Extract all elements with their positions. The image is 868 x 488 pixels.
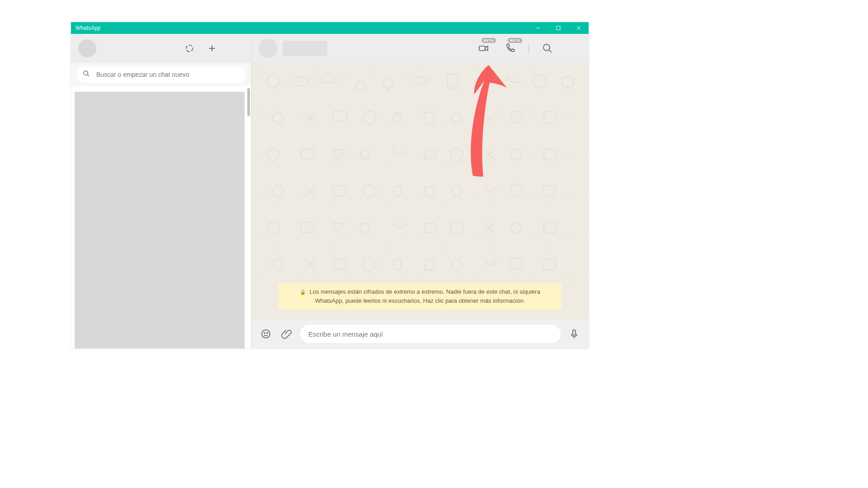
svg-point-29 xyxy=(511,150,521,160)
svg-point-54 xyxy=(267,333,268,333)
lock-icon: 🔒 xyxy=(300,289,306,295)
chat-search-box[interactable] xyxy=(76,66,245,83)
phone-icon xyxy=(505,43,515,54)
svg-point-14 xyxy=(474,78,485,89)
emoji-icon xyxy=(260,328,271,339)
svg-point-12 xyxy=(356,81,365,90)
chat-list[interactable] xyxy=(71,86,251,348)
chat-search-input[interactable] xyxy=(96,71,239,78)
svg-rect-37 xyxy=(544,186,556,197)
attach-button[interactable] xyxy=(279,327,294,341)
mic-icon xyxy=(569,328,580,339)
menu-icon[interactable] xyxy=(226,39,244,57)
svg-rect-39 xyxy=(301,222,313,232)
svg-point-36 xyxy=(510,184,522,196)
svg-point-31 xyxy=(272,186,283,197)
svg-point-49 xyxy=(452,259,462,269)
whatsapp-window: WhatsApp xyxy=(71,22,589,348)
message-input[interactable] xyxy=(308,330,552,338)
svg-rect-1 xyxy=(557,26,560,30)
svg-point-24 xyxy=(267,149,279,160)
beta-badge: BETA xyxy=(508,38,522,43)
search-icon xyxy=(542,43,553,54)
svg-point-10 xyxy=(267,75,279,87)
chat-background-pattern xyxy=(251,63,589,319)
svg-rect-44 xyxy=(544,222,556,233)
svg-point-43 xyxy=(511,223,521,233)
svg-rect-32 xyxy=(333,186,345,196)
svg-rect-18 xyxy=(333,111,346,121)
svg-point-15 xyxy=(533,75,546,87)
svg-point-50 xyxy=(510,258,522,269)
separator xyxy=(528,43,529,54)
chat-list-redacted xyxy=(75,92,245,348)
svg-point-8 xyxy=(543,44,550,51)
search-icon xyxy=(83,70,90,79)
left-panel xyxy=(71,34,251,348)
svg-point-4 xyxy=(186,45,193,52)
contact-avatar[interactable] xyxy=(259,39,278,58)
maximize-button[interactable] xyxy=(548,22,568,34)
svg-rect-11 xyxy=(296,76,308,85)
search-in-chat-button[interactable] xyxy=(537,39,558,57)
contact-name-redacted[interactable] xyxy=(283,41,327,56)
svg-point-17 xyxy=(272,113,283,123)
message-composer xyxy=(251,319,589,348)
message-input-box[interactable] xyxy=(300,325,561,343)
svg-rect-7 xyxy=(479,46,485,51)
beta-badge: BETA xyxy=(481,38,496,43)
encryption-notice-text: Los mensajes están cifrados de extremo a… xyxy=(310,288,540,304)
chat-menu-icon[interactable] xyxy=(563,39,581,57)
svg-rect-25 xyxy=(301,149,313,159)
svg-rect-34 xyxy=(425,187,434,197)
chat-list-scrollbar[interactable] xyxy=(247,88,250,116)
svg-line-9 xyxy=(549,50,552,52)
svg-point-19 xyxy=(363,112,376,124)
chat-search-bar xyxy=(71,63,251,86)
svg-rect-46 xyxy=(333,259,345,269)
svg-point-33 xyxy=(363,185,376,197)
svg-point-21 xyxy=(452,113,462,123)
status-icon[interactable] xyxy=(180,39,198,57)
svg-point-42 xyxy=(450,221,463,234)
svg-rect-48 xyxy=(425,260,434,270)
video-call-button[interactable]: BETA xyxy=(473,39,494,57)
svg-point-35 xyxy=(452,186,462,196)
svg-point-53 xyxy=(264,333,265,333)
chat-messages-area[interactable]: 🔒 Los mensajes están cifrados de extremo… xyxy=(251,63,589,319)
minimize-button[interactable] xyxy=(528,22,548,34)
svg-point-52 xyxy=(262,330,270,338)
encryption-notice[interactable]: 🔒 Los mensajes están cifrados de extremo… xyxy=(278,283,562,310)
mic-button[interactable] xyxy=(567,327,581,341)
svg-rect-27 xyxy=(425,150,435,159)
titlebar: WhatsApp xyxy=(71,22,589,34)
chat-panel: BETA BETA xyxy=(251,34,589,348)
new-chat-icon[interactable] xyxy=(203,39,221,57)
svg-rect-30 xyxy=(544,149,556,160)
svg-point-40 xyxy=(360,223,369,232)
window-controls xyxy=(528,22,589,34)
video-icon xyxy=(478,43,489,54)
svg-rect-55 xyxy=(573,330,576,335)
app-title: WhatsApp xyxy=(75,25,100,31)
svg-point-28 xyxy=(450,148,463,161)
svg-point-26 xyxy=(360,150,369,159)
chat-header: BETA BETA xyxy=(251,34,589,63)
my-avatar[interactable] xyxy=(78,39,96,57)
svg-rect-20 xyxy=(425,113,434,124)
svg-rect-23 xyxy=(544,112,556,123)
svg-point-47 xyxy=(363,258,376,271)
voice-call-button[interactable]: BETA xyxy=(500,39,520,57)
svg-rect-16 xyxy=(562,76,573,87)
svg-point-38 xyxy=(267,222,279,234)
svg-rect-41 xyxy=(425,223,435,232)
svg-rect-51 xyxy=(544,259,556,270)
svg-point-45 xyxy=(272,259,283,270)
svg-point-22 xyxy=(510,111,522,123)
svg-rect-13 xyxy=(448,74,458,88)
left-panel-header xyxy=(71,34,251,63)
emoji-button[interactable] xyxy=(259,327,273,341)
close-button[interactable] xyxy=(568,22,589,34)
paperclip-icon xyxy=(281,328,292,339)
